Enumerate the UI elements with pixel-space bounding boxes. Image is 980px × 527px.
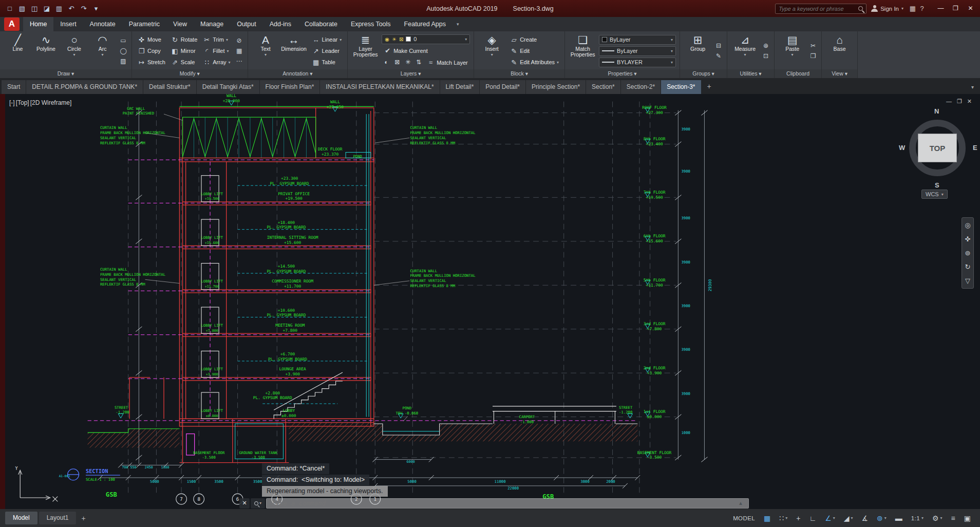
doc-tab-lift-detail[interactable]: Lift Detail* — [440, 80, 480, 94]
doc-tab-floor-finish-plan[interactable]: Floor Finish Plan* — [260, 80, 320, 94]
ribbon-tab-output[interactable]: Output — [230, 17, 263, 31]
make-current-button[interactable]: ✔Make Current — [382, 46, 470, 56]
command-search-icon[interactable]: ▾ — [251, 498, 265, 509]
orbit-icon[interactable]: ↻ — [965, 264, 971, 270]
ribbon-tab-home[interactable]: Home — [23, 17, 53, 31]
match-layer-button[interactable]: ≈Match Layer — [425, 58, 470, 68]
ungroup-icon[interactable]: ⊟ — [714, 42, 723, 50]
ribbon-tab-insert[interactable]: Insert — [53, 17, 83, 31]
cut-icon[interactable]: ✂ — [808, 42, 818, 50]
arc-button[interactable]: ◠Arc▾ — [88, 32, 117, 69]
ribbon-panel-label-layers[interactable]: Layers ▾ — [348, 69, 474, 78]
navigation-wheel-icon[interactable]: ◎ — [965, 222, 970, 229]
ellipse-icon[interactable]: ◯ — [119, 47, 128, 55]
ribbon-tab-annotate[interactable]: Annotate — [83, 17, 122, 31]
viewport-menu-control[interactable]: [-] — [9, 99, 15, 106]
rotate-button[interactable]: ↻Rotate — [169, 34, 199, 45]
layer-freeze-icon[interactable]: ⊠ — [392, 58, 402, 67]
layout-tab-layout1[interactable]: Layout1 — [39, 512, 77, 524]
ribbon-panel-label-groups[interactable]: Groups ▾ — [680, 69, 727, 78]
ribbon-panel-label-draw[interactable]: Draw ▾ — [0, 69, 131, 78]
linear-button[interactable]: ↔Linear▾ — [310, 34, 344, 45]
polar-tracking-icon[interactable]: ∠▾ — [821, 512, 839, 524]
layer-properties-button[interactable]: ≣Layer Properties — [351, 32, 380, 69]
help-icon[interactable]: ? — [917, 5, 927, 12]
search-box[interactable] — [775, 4, 866, 14]
ribbon-tab-featured-apps[interactable]: Featured Apps — [398, 17, 453, 31]
lineweight-icon[interactable]: ▬ — [891, 512, 907, 524]
doc-tab-detail-r-pompa-ground-tank[interactable]: DETAIL R.POMPA & GROUND TANK* — [26, 80, 143, 94]
ribbon-panel-label-view[interactable]: View ▾ — [822, 69, 857, 78]
viewcube-top-face[interactable]: TOP — [918, 134, 957, 162]
viewport-view-control[interactable]: [Top] — [16, 99, 29, 106]
close-button[interactable]: ✕ — [963, 3, 978, 14]
command-input-bar[interactable]: ▲ — [266, 498, 749, 509]
qat-save-as-icon[interactable]: ◪ — [41, 3, 52, 14]
layer-order-icon[interactable]: ⇅ — [414, 58, 423, 67]
table-button[interactable]: ▦Table — [310, 57, 344, 67]
show-motion-icon[interactable]: ▽ — [965, 277, 970, 284]
ribbon-tab-manage[interactable]: Manage — [194, 17, 230, 31]
ribbon-panel-label-block[interactable]: Block ▾ — [474, 69, 564, 78]
doc-tab-section-3[interactable]: Section-3* — [661, 80, 701, 94]
leader-button[interactable]: ↗Leader — [310, 46, 344, 56]
doc-tab-section-2[interactable]: Section-2* — [621, 80, 661, 94]
viewcube-north[interactable]: N — [934, 107, 939, 115]
ribbon-tab-add-ins[interactable]: Add-ins — [263, 17, 298, 31]
doc-tab-start[interactable]: Start — [2, 80, 26, 94]
circle-button[interactable]: ○Circle▾ — [60, 32, 88, 69]
doc-tab-principle-section[interactable]: Principle Section* — [526, 80, 586, 94]
zoom-icon[interactable]: ⊚ — [965, 250, 971, 256]
array-button[interactable]: ∷Array▾ — [201, 57, 232, 67]
qat-undo-icon[interactable]: ↶ — [66, 3, 77, 14]
viewcube-east[interactable]: E — [973, 144, 977, 152]
rectangle-icon[interactable]: ▭ — [119, 36, 128, 45]
viewport-visual-style-control[interactable]: [2D Wireframe] — [30, 99, 72, 106]
qat-save-icon[interactable]: ◫ — [29, 3, 40, 14]
ribbon-tab-parametric[interactable]: Parametric — [122, 17, 166, 31]
clean-screen-icon[interactable]: ▣ — [960, 512, 975, 524]
insert-button[interactable]: ◈Insert▾ — [478, 32, 506, 69]
wcs-dropdown[interactable]: WCS ▾ — [921, 190, 948, 199]
group-edit-icon[interactable]: ✎ — [714, 52, 723, 61]
lineweight-combo[interactable]: ByLayer▾ — [599, 46, 676, 56]
mirror-button[interactable]: ◧Mirror — [169, 46, 199, 56]
qat-redo-icon[interactable]: ↷ — [78, 3, 89, 14]
ribbon-panel-label-properties[interactable]: Properties ▾ — [565, 69, 680, 78]
match-properties-button[interactable]: ❏Match Properties — [569, 32, 597, 69]
copy-clip-icon[interactable]: ❐ — [808, 52, 818, 61]
ribbon-tab-view[interactable]: View — [166, 17, 194, 31]
layout-tab-model[interactable]: Model — [5, 512, 37, 524]
ribbon-panel-label-clipboard[interactable]: Clipboard — [775, 69, 821, 78]
qat-plot-icon[interactable]: ▥ — [53, 3, 65, 14]
move-button[interactable]: ✜Move — [136, 34, 167, 45]
edit-button[interactable]: ✎Edit — [508, 46, 561, 56]
pan-icon[interactable]: ✜ — [965, 236, 971, 242]
restore-button[interactable]: ❐ — [948, 3, 963, 14]
layer-off-icon[interactable]: ✳ — [403, 58, 412, 67]
application-menu-button[interactable]: A — [4, 17, 20, 31]
layer-isolate-icon[interactable]: ◐ — [382, 58, 391, 67]
ribbon-minimize-icon[interactable]: ▾ — [457, 17, 459, 31]
ortho-mode-icon[interactable]: ∟ — [805, 512, 820, 524]
search-input[interactable] — [779, 6, 856, 12]
workspace-switching-icon[interactable]: ⚙▾ — [928, 512, 947, 524]
ribbon-tab-collaborate[interactable]: Collaborate — [298, 17, 344, 31]
viewcube[interactable]: N S W E TOP — [894, 104, 980, 192]
ribbon-panel-label-annotation[interactable]: Annotation ▾ — [248, 69, 348, 78]
erase-icon[interactable]: ⊘ — [235, 36, 244, 45]
measure-button[interactable]: ⊿Measure▾ — [731, 32, 759, 69]
trim-button[interactable]: ✂Trim▾ — [201, 34, 232, 45]
layer-combo[interactable]: ◉☀⊠0▾ — [382, 34, 470, 44]
object-snap-icon[interactable]: ⊚▾ — [873, 512, 891, 524]
viewcube-west[interactable]: W — [899, 144, 905, 152]
text-button[interactable]: AText▾ — [252, 32, 280, 69]
linetype-combo[interactable]: BYLAYER▾ — [599, 58, 676, 67]
paste-button[interactable]: ▤Paste▾ — [778, 32, 806, 69]
doc-tab-overflow-icon[interactable]: ▾ — [971, 80, 974, 94]
app-store-icon[interactable]: ▦ — [908, 5, 917, 12]
create-button[interactable]: ▱Create — [508, 34, 561, 45]
more-modify-tools-icon[interactable]: ⋯ — [235, 57, 244, 66]
ribbon-tab-express-tools[interactable]: Express Tools — [344, 17, 398, 31]
copy-button[interactable]: ❐Copy — [136, 46, 167, 56]
